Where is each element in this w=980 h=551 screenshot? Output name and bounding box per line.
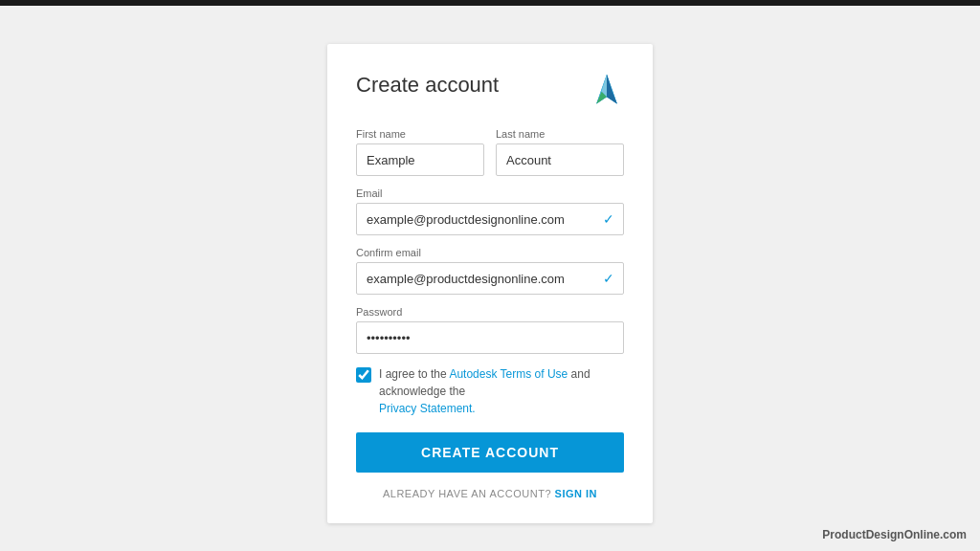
terms-prefix: I agree to the [379,367,449,381]
terms-text: I agree to the Autodesk Terms of Use and… [379,365,624,417]
last-name-label: Last name [496,128,624,140]
form-header: Create account [356,73,624,111]
terms-of-use-link[interactable]: Autodesk Terms of Use [449,367,568,381]
privacy-statement-link[interactable]: Privacy Statement. [379,402,476,415]
watermark: ProductDesignOnline.com [822,528,967,541]
confirm-email-check-icon: ✓ [603,271,614,286]
name-row: First name Last name [356,128,624,176]
terms-row: I agree to the Autodesk Terms of Use and… [356,365,624,417]
sign-in-link[interactable]: SIGN IN [555,488,597,499]
confirm-email-label: Confirm email [356,247,624,258]
confirm-email-input[interactable] [356,262,624,295]
first-name-input[interactable] [356,143,484,176]
top-bar [0,0,980,6]
autodesk-logo-icon [590,73,624,111]
sign-in-row: ALREADY HAVE AN ACCOUNT? SIGN IN [356,488,624,499]
password-group: Password [356,306,624,354]
email-label: Email [356,187,624,199]
signin-prompt: ALREADY HAVE AN ACCOUNT? [383,488,551,499]
content-area: Create account First name [0,6,980,551]
form-card: Create account First name [327,44,653,523]
create-account-button[interactable]: CREATE ACCOUNT [356,432,624,473]
watermark-text: ProductDesignOnline.com [822,528,967,541]
first-name-label: First name [356,128,484,140]
confirm-email-input-wrapper: ✓ [356,262,624,295]
last-name-input[interactable] [496,143,624,176]
terms-checkbox[interactable] [356,367,371,383]
last-name-group: Last name [496,128,624,176]
form-title: Create account [356,73,499,98]
confirm-email-group: Confirm email ✓ [356,247,624,295]
main-container: Create account First name [0,0,980,551]
first-name-group: First name [356,128,484,176]
email-input[interactable] [356,203,624,235]
email-input-wrapper: ✓ [356,203,624,235]
email-check-icon: ✓ [603,211,614,227]
password-label: Password [356,306,624,318]
password-input[interactable] [356,321,624,354]
email-group: Email ✓ [356,187,624,235]
